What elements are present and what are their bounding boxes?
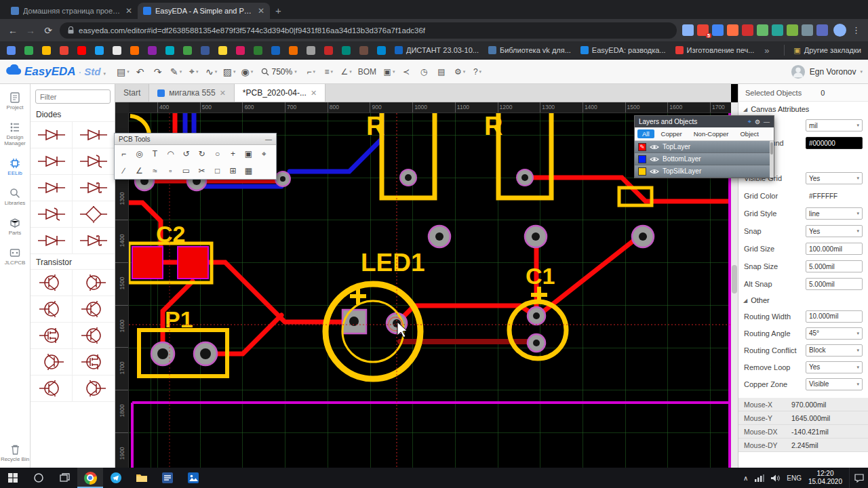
eda-logo[interactable]: EasyEDA · Std ▾ xyxy=(5,64,106,79)
bookmark-favicon[interactable] xyxy=(218,46,227,55)
diode-item[interactable] xyxy=(73,122,115,148)
route-icon[interactable]: ⌐▾ xyxy=(303,63,319,81)
layer-row[interactable]: TopSilkLayer xyxy=(635,165,774,178)
layers-tab-all[interactable]: All xyxy=(637,129,654,138)
extension-icon[interactable] xyxy=(787,24,798,36)
doc-tab-start[interactable]: Start xyxy=(115,84,149,102)
attribute-control[interactable]: line▾ xyxy=(806,207,863,220)
transistor-item[interactable] xyxy=(73,375,115,402)
diode-item[interactable] xyxy=(31,148,73,175)
origin-tool[interactable]: + xyxy=(225,146,241,161)
place-pin-icon[interactable]: ⌖▾ xyxy=(186,63,202,81)
align-icon[interactable]: ≡▾ xyxy=(321,63,337,81)
bookmark-favicon[interactable] xyxy=(60,46,68,55)
extension-icon[interactable] xyxy=(682,24,694,36)
bookmark-favicon[interactable] xyxy=(183,46,192,55)
extension-icon[interactable]: 5 xyxy=(697,24,709,36)
sidebar-item-parts[interactable]: Parts xyxy=(0,218,30,236)
tab-close-icon[interactable]: ✕ xyxy=(125,6,132,16)
attribute-control[interactable]: Yes▾ xyxy=(806,361,863,373)
transistor-item[interactable] xyxy=(73,349,115,375)
bookmark-favicon[interactable] xyxy=(324,46,333,55)
rotate-ccw-tool[interactable]: ↺ xyxy=(178,146,194,161)
bookmark-favicon[interactable] xyxy=(24,46,33,55)
attribute-control[interactable]: mil▾ xyxy=(806,119,863,131)
sidebar-item-design-manager[interactable]: Design Manager xyxy=(0,122,30,146)
bookmark-favicon[interactable] xyxy=(130,46,139,55)
diode-item[interactable] xyxy=(31,175,73,201)
bookmark-favicon[interactable] xyxy=(95,46,104,55)
bookmark-favicon[interactable] xyxy=(289,46,298,55)
new-tab-button[interactable]: + xyxy=(275,5,281,16)
diode-item[interactable] xyxy=(73,148,115,175)
line-tool[interactable]: ∕ xyxy=(116,163,132,178)
transistor-item[interactable] xyxy=(31,296,73,323)
bookmark-favicon[interactable] xyxy=(201,46,210,55)
user-menu[interactable]: Egn Voronov ▾ xyxy=(791,64,863,79)
layer-row[interactable]: BottomLayer xyxy=(635,153,774,165)
cut-tool[interactable]: ✂ xyxy=(194,163,210,178)
bookmark-item[interactable]: EasyEDA: разводка... xyxy=(580,46,666,54)
bookmark-favicon[interactable] xyxy=(7,46,16,55)
share-icon[interactable]: ≺ xyxy=(399,63,415,81)
taskbar-telegram[interactable] xyxy=(103,468,129,488)
back-button[interactable]: ← xyxy=(7,25,19,36)
redo-icon[interactable]: ↷ xyxy=(151,63,167,81)
taskbar-word[interactable] xyxy=(155,468,180,488)
reload-button[interactable]: ⟳ xyxy=(42,25,54,36)
settings-gear-icon[interactable]: ⚙▾ xyxy=(452,63,468,81)
layer-color-swatch[interactable] xyxy=(638,155,646,163)
gear-icon[interactable]: ⚙ xyxy=(755,119,760,125)
text-tool[interactable]: T xyxy=(147,146,163,161)
measure-icon[interactable]: ∠▾ xyxy=(338,63,355,81)
attribute-control[interactable]: Block▾ xyxy=(806,344,863,357)
attribute-control[interactable]: #000000▾ xyxy=(806,137,863,149)
bookmark-favicon[interactable] xyxy=(254,46,262,55)
dimension-tool[interactable]: ∠ xyxy=(132,163,147,178)
layers-tab-noncopper[interactable]: Non-Copper xyxy=(689,129,734,138)
help-icon[interactable]: ?▾ xyxy=(469,63,486,81)
bookmark-favicon[interactable] xyxy=(42,46,51,55)
layer-color-swatch[interactable]: ✎ xyxy=(638,143,646,151)
diode-item[interactable] xyxy=(31,122,73,148)
extension-icon[interactable] xyxy=(802,24,813,36)
sidebar-item-jlcpcb[interactable]: JLCPCB xyxy=(0,247,30,266)
rect-tool[interactable]: ▭ xyxy=(178,163,194,178)
bookmark-favicon[interactable] xyxy=(377,46,386,55)
filter-input[interactable] xyxy=(35,89,111,104)
attribute-control[interactable]: Visible▾ xyxy=(806,378,863,390)
copper-area-tool[interactable]: ⊞ xyxy=(225,163,241,178)
bookmark-item[interactable]: Библиотека vk для... xyxy=(488,46,571,54)
browser-tab-2[interactable]: EasyEDA - A Simple and Powerfu... ✕ xyxy=(138,3,270,19)
doc-tab-pcb[interactable]: *PCB_2020-04-... ✕ xyxy=(235,84,326,102)
image-icon[interactable]: ▨▾ xyxy=(221,63,238,81)
bookmark-favicon[interactable] xyxy=(113,46,121,55)
diode-item[interactable] xyxy=(73,175,115,201)
extension-icon[interactable] xyxy=(712,24,724,36)
start-button[interactable] xyxy=(0,468,26,488)
diode-item[interactable] xyxy=(31,228,73,254)
extension-icon[interactable] xyxy=(757,24,768,36)
layers-tab-object[interactable]: Object xyxy=(735,129,763,138)
pin-icon[interactable]: ⌖ xyxy=(748,118,751,125)
bom-button[interactable]: BOM xyxy=(356,63,380,81)
attribute-control[interactable]: 5.000mil▾ xyxy=(806,260,863,272)
transistor-item[interactable] xyxy=(31,270,73,296)
tab-close-icon[interactable]: ✕ xyxy=(220,89,226,98)
layer-color-swatch[interactable] xyxy=(638,167,646,176)
canvas-attributes-header[interactable]: ◢ Canvas Attributes xyxy=(738,102,868,117)
attribute-control[interactable]: 5.000mil▾ xyxy=(806,278,863,290)
undo-icon[interactable]: ↶ xyxy=(133,63,149,81)
pencil-icon[interactable]: ✎▾ xyxy=(168,63,184,81)
open-folder-icon[interactable]: ▤▾ xyxy=(115,63,132,81)
diode-item[interactable] xyxy=(31,201,73,228)
solid-region-tool[interactable]: □ xyxy=(210,163,225,178)
speaker-icon[interactable] xyxy=(771,474,780,482)
rotate-cw-tool[interactable]: ↻ xyxy=(194,146,210,161)
circle-tool[interactable]: ○ xyxy=(210,146,225,161)
sidebar-item-eelib[interactable]: EELib xyxy=(0,158,30,176)
other-header[interactable]: ◢ Other xyxy=(738,293,868,308)
sidebar-item-recycle-bin[interactable]: Recycle Bin xyxy=(0,444,30,462)
transistor-item[interactable] xyxy=(73,323,115,349)
layers-tab-copper[interactable]: Copper xyxy=(656,129,687,138)
